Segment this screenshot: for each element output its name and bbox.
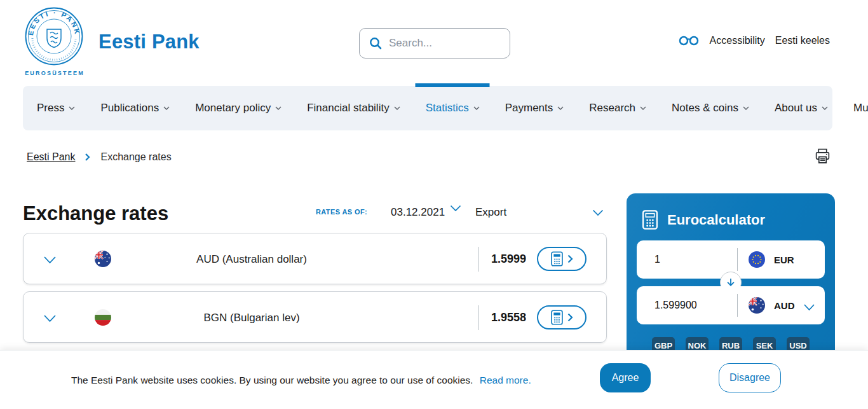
cookie-message: The Eesti Pank website uses cookies. By … — [71, 375, 531, 386]
aud-flag-icon — [749, 297, 765, 314]
main-navigation: Press Publications Monetary policy Finan… — [23, 86, 832, 130]
calculator-icon — [642, 210, 658, 230]
calculator-to-field: AUD — [637, 286, 825, 324]
cookie-agree-button[interactable]: Agree — [600, 363, 651, 392]
rates-as-of-label: RATES AS OF: — [316, 208, 367, 216]
accessibility-link[interactable]: Accessibility — [710, 35, 765, 46]
chevron-down-icon — [69, 106, 75, 110]
language-switch-link[interactable]: Eesti keeles — [775, 35, 830, 46]
divider — [478, 305, 479, 330]
nav-item-payments[interactable]: Payments — [505, 86, 564, 130]
from-currency-code: EUR — [774, 254, 794, 265]
rates-date-value: 03.12.2021 — [391, 206, 445, 219]
nav-item-about-us[interactable]: About us — [775, 86, 828, 130]
nav-label: Monetary policy — [195, 102, 271, 114]
cookie-message-text: The Eesti Pank website uses cookies. By … — [71, 375, 473, 385]
divider — [478, 247, 479, 272]
chevron-down-icon — [473, 106, 480, 110]
chevron-down-icon — [275, 106, 281, 110]
chevron-down-icon — [640, 106, 646, 110]
divider — [737, 248, 738, 271]
row-expand-chevron-down-icon[interactable] — [43, 314, 57, 325]
nav-item-financial-stability[interactable]: Financial stability — [307, 86, 400, 130]
nav-item-notes-coins[interactable]: Notes & coins — [672, 86, 749, 130]
rate-row-aud[interactable]: AUD (Australian dollar) 1.5999 — [23, 233, 607, 284]
breadcrumb-home-link[interactable]: Eesti Pank — [27, 151, 75, 163]
nav-item-monetary-policy[interactable]: Monetary policy — [195, 86, 281, 130]
open-calculator-button[interactable] — [537, 305, 587, 329]
nav-label: Notes & coins — [672, 102, 738, 114]
nav-label: Museum — [853, 102, 868, 114]
search-input[interactable] — [389, 37, 529, 50]
chevron-right-icon — [85, 153, 90, 161]
currency-name: AUD (Australian dollar) — [62, 253, 442, 266]
print-icon[interactable] — [814, 148, 831, 167]
eurocalculator-header: Eurocalculator — [642, 210, 765, 230]
rate-row-bgn[interactable]: BGN (Bulgarian lev) 1.9558 — [23, 291, 607, 343]
row-expand-chevron-down-icon[interactable] — [43, 255, 57, 267]
nav-item-publications[interactable]: Publications — [100, 86, 170, 130]
currency-name: BGN (Bulgarian lev) — [62, 312, 442, 324]
breadcrumb: Eesti Pank Exchange rates — [27, 151, 172, 163]
cookie-banner: The Eesti Pank website uses cookies. By … — [0, 350, 868, 409]
currency-rate-value: 1.5999 — [491, 253, 526, 266]
export-menu[interactable]: Export — [475, 206, 506, 219]
chevron-down-icon — [743, 106, 749, 110]
search-icon[interactable] — [369, 36, 383, 50]
calculator-icon — [551, 251, 563, 267]
nav-item-research[interactable]: Research — [589, 86, 646, 130]
eesti-pank-logo[interactable]: EESTI · PANK EUROSÜSTEEM — [24, 6, 85, 76]
eesti-pank-seal-icon: EESTI · PANK — [24, 6, 84, 66]
calculator-icon — [551, 310, 563, 325]
nav-item-museum[interactable]: Museum — [853, 86, 868, 130]
nav-label: Payments — [505, 102, 553, 114]
page-title: Exchange rates — [23, 202, 168, 225]
rates-date-selector[interactable]: 03.12.2021 — [391, 206, 461, 219]
nav-label: Press — [37, 102, 64, 114]
eur-amount-input[interactable] — [654, 254, 724, 265]
search-box — [359, 28, 510, 59]
nav-item-statistics[interactable]: Statistics — [426, 86, 480, 130]
nav-item-press[interactable]: Press — [37, 86, 75, 130]
converted-amount-input[interactable] — [654, 300, 724, 311]
eurocalculator-title: Eurocalculator — [667, 212, 765, 228]
eesti-pank-exchange-rates-page: EESTI · PANK EUROSÜSTEEM Eesti Pank — [0, 0, 868, 409]
chevron-down-icon — [450, 205, 461, 212]
nav-label: About us — [775, 102, 817, 114]
chevron-down-icon — [822, 106, 828, 110]
header-utility-links: Accessibility Eesti keeles — [678, 34, 830, 46]
open-calculator-button[interactable] — [537, 247, 587, 271]
nav-label: Research — [589, 102, 635, 114]
brand-wordmark[interactable]: Eesti Pank — [98, 31, 200, 53]
chevron-down-icon — [557, 106, 564, 110]
currency-select-chevron-down-icon[interactable] — [803, 302, 815, 314]
logo-caption: EUROSÜSTEEM — [24, 70, 85, 76]
chevron-right-icon — [567, 313, 573, 322]
chevron-down-icon — [394, 106, 400, 110]
eur-flag-icon — [749, 251, 765, 268]
accessibility-glasses-icon[interactable] — [678, 34, 700, 46]
breadcrumb-current: Exchange rates — [100, 151, 171, 163]
active-tab-indicator — [416, 83, 490, 87]
chevron-right-icon — [567, 254, 573, 263]
nav-label: Statistics — [426, 102, 469, 114]
nav-label: Publications — [100, 102, 159, 114]
cookie-read-more-link[interactable]: Read more. — [480, 375, 531, 385]
svg-text:EESTI · PANK: EESTI · PANK — [27, 9, 81, 36]
currency-rate-value: 1.9558 — [491, 311, 526, 324]
cookie-disagree-button[interactable]: Disagree — [719, 363, 781, 392]
chevron-down-icon — [163, 106, 170, 110]
export-chevron-down-icon[interactable] — [592, 207, 604, 219]
divider — [737, 294, 738, 317]
nav-label: Financial stability — [307, 102, 389, 114]
to-currency-code: AUD — [774, 300, 795, 311]
